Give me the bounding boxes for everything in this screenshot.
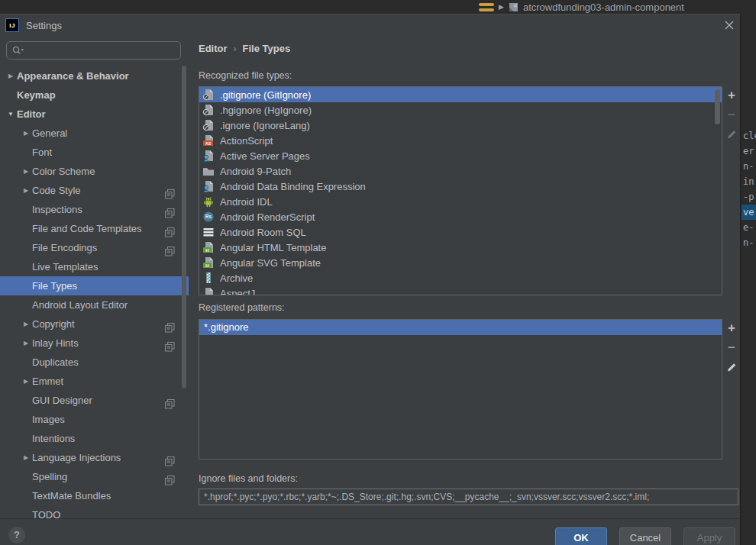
file-type-row-gitignore-gitignore[interactable]: .gitignore (GitIgnore) [199,87,722,102]
background-editor-strip: cleern-in-pvee-n- [741,14,756,545]
file-type-row-angular-svg-template[interactable]: HAngular SVG Template [199,255,722,270]
file-type-row-aspectj[interactable]: AspectJ [199,285,722,295]
sidebar-item-label: Images [32,410,65,429]
sidebar-item-label: Font [32,143,52,162]
sidebar-item-intentions[interactable]: Intentions [0,429,189,448]
file-type-row-android-data-binding-expression[interactable]: Android Data Binding Expression [199,179,722,194]
file-type-row-active-server-pages[interactable]: Active Server Pages [199,148,722,163]
sidebar-item-label: Duplicates [32,353,79,372]
file-type-list-scrollbar[interactable] [715,89,720,124]
sidebar-item-code-style[interactable]: ▶Code Style [0,181,189,200]
chevron-right-icon[interactable]: ▶ [20,448,32,467]
chevron-right-icon[interactable]: ▶ [20,162,32,181]
breadcrumb: Editor›File Types [199,42,290,56]
file-type-row-hgignore-hgignore[interactable]: .hgignore (HgIgnore) [199,102,722,118]
file-type-row-actionscript[interactable]: ASActionScript [199,133,722,148]
sidebar-item-android-layout-editor[interactable]: Android Layout Editor [0,295,189,314]
remove-pattern-button[interactable]: − [725,342,738,355]
sidebar-item-label: Keymap [17,85,56,105]
chevron-right-icon[interactable]: ▶ [20,181,32,200]
search-input[interactable] [24,42,180,59]
sidebar-item-appearance-behavior[interactable]: ▶Appearance & Behavior [0,66,189,85]
sidebar-item-gui-designer[interactable]: GUI Designer [0,391,189,410]
module-icon [509,2,519,12]
remove-file-type-button[interactable]: − [725,109,738,122]
registered-patterns-label: Registered patterns: [199,302,285,313]
file-type-row-ignore-ignorelang[interactable]: .ignore (IgnoreLang) [199,118,722,133]
chevron-right-icon[interactable]: ▶ [20,334,32,353]
edit-file-type-button[interactable] [725,129,738,142]
sidebar-item-label: Emmet [32,372,63,391]
file-type-name: ActionScript [220,135,273,147]
file-type-name: AspectJ [220,288,255,296]
close-icon[interactable] [722,18,736,32]
sidebar-item-file-types[interactable]: File Types [0,276,189,295]
chevron-down-icon[interactable]: ▼ [5,105,17,124]
chevron-right-icon[interactable]: ▶ [20,124,32,143]
ignore-files-input[interactable] [199,489,738,505]
help-button[interactable]: ? [8,527,25,543]
ignore-file-icon [202,119,215,131]
sidebar-item-general[interactable]: ▶General [0,124,189,143]
sidebar-item-editor[interactable]: ▼Editor [0,105,189,124]
sidebar-item-label: Editor [17,105,46,124]
modified-file-icon [479,2,494,11]
sql-lines-icon [202,226,215,238]
per-project-settings-icon [165,472,175,482]
file-type-name: Android Room SQL [220,227,306,238]
sidebar-item-file-and-code-templates[interactable]: File and Code Templates [0,219,189,238]
sidebar-item-copyright[interactable]: ▶Copyright [0,314,189,334]
angular-html-file-icon: H [202,256,215,269]
archive-zip-icon [202,272,215,284]
angular-html-file-icon: H [202,241,215,253]
cancel-button[interactable]: Cancel [619,527,671,545]
sidebar-item-images[interactable]: Images [0,410,189,429]
breadcrumb-editor[interactable]: Editor [199,43,228,54]
sidebar-item-spelling[interactable]: Spelling [0,467,189,486]
plain-file-icon [202,287,215,295]
background-editor-line: cle [741,128,756,144]
file-type-name: Android Data Binding Expression [220,181,366,192]
svg-text:H: H [205,248,208,253]
settings-dialog: IJ Settings ▶Appearance & BehaviorKeymap… [0,14,741,545]
file-type-row-android-renderscript[interactable]: RsAndroid RenderScript [199,209,722,224]
file-type-row-android-room-sql[interactable]: Android Room SQL [199,224,722,240]
chevron-right-icon[interactable]: ▶ [20,314,32,334]
sidebar-item-font[interactable]: Font [0,143,189,162]
add-file-type-button[interactable]: + [725,89,738,102]
sidebar-item-color-scheme[interactable]: ▶Color Scheme [0,162,189,181]
apply-button[interactable]: Apply [683,527,735,545]
add-pattern-button[interactable]: + [725,322,738,335]
sidebar-item-label: Spelling [32,467,67,486]
sidebar-item-todo[interactable]: TODO [0,505,189,518]
file-type-toolbar: + − [724,89,739,142]
sidebar-item-inspections[interactable]: Inspections [0,200,189,219]
svg-text:AS: AS [205,141,212,146]
sidebar-item-duplicates[interactable]: Duplicates [0,353,189,372]
settings-search-box[interactable] [6,41,181,60]
sidebar-item-inlay-hints[interactable]: ▶Inlay Hints [0,334,189,353]
recognized-file-types-label: Recognized file types: [199,70,292,81]
sidebar-scrollbar[interactable] [182,66,186,389]
sidebar-item-textmate-bundles[interactable]: TextMate Bundles [0,486,189,505]
sidebar-item-live-templates[interactable]: Live Templates [0,257,189,276]
edit-pattern-button[interactable] [725,362,738,375]
background-editor-line: n- [741,235,756,250]
chevron-right-icon[interactable]: ▶ [5,66,17,85]
file-type-row-android-idl[interactable]: Android IDL [199,194,722,209]
file-type-row-angular-html-template[interactable]: HAngular HTML Template [199,240,722,255]
file-type-row-archive[interactable]: Archive [199,270,722,285]
sidebar-item-file-encodings[interactable]: File Encodings [0,238,189,257]
background-editor-line: in [741,174,756,189]
file-type-row-android-9-patch[interactable]: Android 9-Patch [199,163,722,179]
per-project-settings-icon [165,338,175,348]
per-project-settings-icon [165,453,175,463]
sidebar-item-keymap[interactable]: Keymap [0,85,189,105]
sidebar-item-emmet[interactable]: ▶Emmet [0,372,189,391]
chevron-right-icon[interactable]: ▶ [20,372,32,391]
pattern-row-gitignore[interactable]: *.gitignore [199,320,722,335]
registered-patterns-list: *.gitignore [199,319,722,460]
sidebar-item-language-injections[interactable]: ▶Language Injections [0,448,189,467]
ok-button[interactable]: OK [555,527,607,545]
sidebar-item-label: Inspections [32,200,82,219]
